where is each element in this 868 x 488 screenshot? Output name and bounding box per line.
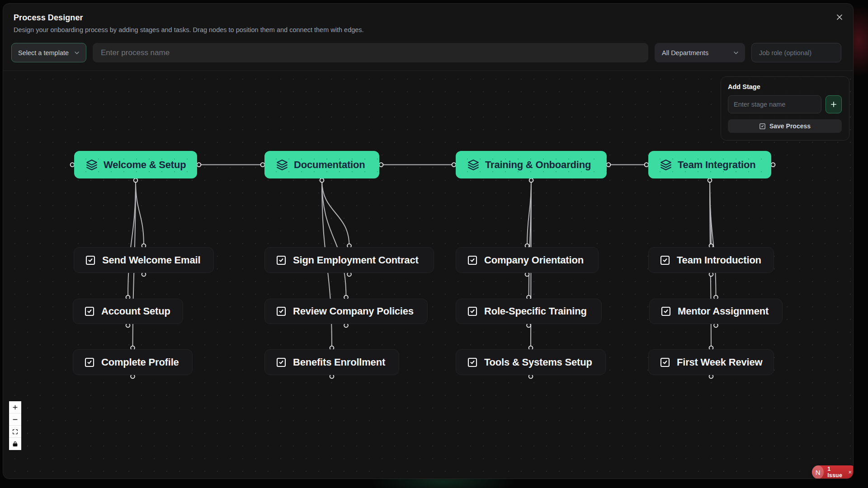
check-square-icon: [84, 357, 95, 368]
node-label: Review Company Policies: [293, 305, 414, 317]
node-label: Role-Specific Training: [484, 305, 587, 317]
node-label: Team Integration: [678, 159, 755, 171]
check-square-icon: [276, 255, 287, 266]
layers-icon: [660, 159, 672, 171]
layers-icon: [276, 159, 288, 171]
check-square-icon: [276, 306, 287, 317]
node-label: Team Introduction: [677, 254, 761, 266]
template-select[interactable]: Select a template: [11, 43, 86, 62]
layers-icon: [86, 159, 98, 171]
task-node[interactable]: Company Orientation: [456, 247, 599, 273]
nextjs-logo: N: [812, 465, 824, 479]
department-select[interactable]: All Departments: [655, 43, 745, 62]
node-label: Documentation: [294, 159, 365, 171]
plus-icon: [12, 404, 18, 410]
stage-node[interactable]: Welcome & Setup: [74, 151, 197, 178]
task-node[interactable]: Team Introduction: [648, 247, 774, 273]
dismiss-issue-icon[interactable]: [848, 470, 852, 474]
lock-icon: [12, 441, 18, 447]
stage-node[interactable]: Training & Onboarding: [456, 151, 607, 178]
save-process-button[interactable]: Save Process: [728, 119, 842, 133]
modal-header: Process Designer Design your onboarding …: [3, 4, 853, 33]
node-label: Benefits Enrollment: [293, 357, 385, 368]
check-square-icon: [660, 357, 670, 368]
job-role-input[interactable]: [751, 43, 841, 62]
node-label: First Week Review: [677, 357, 762, 368]
toolbar: Select a template All Departments: [3, 43, 853, 62]
node-label: Account Setup: [101, 305, 170, 317]
add-stage-title: Add Stage: [728, 83, 842, 90]
stage-node[interactable]: Team Integration: [648, 151, 771, 178]
node-label: Mentor Assignment: [678, 305, 769, 317]
lock-button[interactable]: [9, 438, 21, 450]
fit-view-button[interactable]: [9, 426, 21, 438]
task-node[interactable]: Account Setup: [73, 299, 183, 324]
check-square-icon: [660, 306, 671, 317]
task-node[interactable]: Review Company Policies: [264, 299, 428, 324]
template-select-value: Select a template: [18, 49, 69, 56]
page-title: Process Designer: [14, 13, 841, 23]
task-node[interactable]: Benefits Enrollment: [264, 349, 399, 375]
node-label: Sign Employment Contract: [293, 254, 419, 266]
check-square-icon: [467, 357, 478, 368]
layers-icon: [467, 159, 479, 171]
close-button[interactable]: [832, 10, 847, 24]
add-stage-button[interactable]: [826, 95, 842, 113]
node-label: Send Welcome Email: [102, 254, 200, 266]
process-name-input[interactable]: [93, 43, 648, 62]
stage-node[interactable]: Documentation: [264, 151, 379, 178]
process-designer-modal: Process Designer Design your onboarding …: [3, 3, 854, 479]
check-square-icon: [85, 255, 96, 266]
close-icon: [835, 13, 844, 22]
check-square-icon: [660, 255, 670, 266]
issue-count-label: 1 Issue: [827, 466, 844, 479]
task-node[interactable]: Mentor Assignment: [649, 299, 783, 324]
node-label: Complete Profile: [101, 357, 179, 368]
department-select-value: All Departments: [662, 49, 708, 56]
task-node[interactable]: First Week Review: [648, 349, 774, 375]
add-stage-panel: Add Stage Save Process: [721, 76, 849, 141]
check-square-icon: [84, 306, 95, 317]
plus-icon: [830, 100, 838, 108]
check-square-icon: [276, 357, 287, 368]
stage-name-input[interactable]: [728, 95, 821, 113]
task-node[interactable]: Tools & Systems Setup: [456, 349, 606, 375]
check-square-icon: [467, 306, 478, 317]
task-node[interactable]: Complete Profile: [73, 349, 193, 375]
chevron-down-icon: [73, 49, 80, 56]
check-square-icon: [759, 123, 766, 130]
node-label: Welcome & Setup: [104, 159, 186, 171]
minus-icon: [12, 417, 18, 422]
flow-canvas[interactable]: Welcome & SetupSend Welcome EmailAccount…: [3, 70, 853, 479]
page-subtitle: Design your onboarding process by adding…: [14, 26, 841, 33]
node-label: Company Orientation: [484, 254, 584, 266]
task-node[interactable]: Role-Specific Training: [456, 299, 602, 324]
zoom-in-button[interactable]: [9, 401, 21, 413]
chevron-down-icon: [732, 49, 740, 56]
node-label: Tools & Systems Setup: [484, 357, 592, 368]
flow-controls: [9, 401, 21, 450]
fit-view-icon: [12, 429, 18, 435]
check-square-icon: [467, 255, 478, 266]
save-process-label: Save Process: [769, 122, 811, 130]
dev-issues-badge[interactable]: N 1 Issue: [812, 465, 853, 479]
task-node[interactable]: Send Welcome Email: [74, 247, 214, 273]
zoom-out-button[interactable]: [9, 413, 21, 426]
node-label: Training & Onboarding: [485, 159, 591, 171]
task-node[interactable]: Sign Employment Contract: [264, 247, 434, 273]
